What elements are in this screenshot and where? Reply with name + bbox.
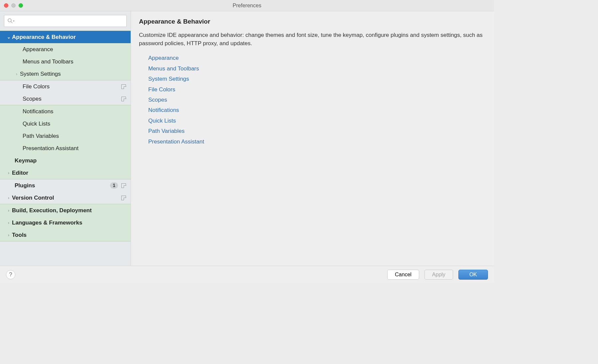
link-file-colors[interactable]: File Colors (148, 84, 486, 95)
link-scopes[interactable]: Scopes (148, 95, 486, 105)
tree-item-label: Keymap (15, 157, 37, 164)
tree-item-label: Presentation Assistant (23, 145, 78, 152)
tree-item-build-exec-deploy[interactable]: › Build, Execution, Deployment (0, 204, 131, 217)
tree-section-tools: › Build, Execution, Deployment › Languag… (0, 204, 131, 241)
tree-item-label: Scopes (23, 96, 42, 102)
tree-item-label: Editor (12, 170, 28, 176)
tree-item-label: Languages & Frameworks (12, 220, 82, 226)
ok-button[interactable]: OK (458, 270, 488, 280)
cancel-button[interactable]: Cancel (387, 270, 419, 280)
search-icon (7, 18, 14, 24)
chevron-right-icon: › (5, 208, 12, 213)
tree-item-keymap[interactable]: Keymap (0, 154, 131, 167)
svg-point-0 (8, 19, 11, 22)
plugins-update-badge: 1 (110, 182, 118, 189)
tree-item-label: Version Control (12, 195, 54, 201)
tree-item-tools[interactable]: › Tools (0, 229, 131, 241)
tree-item-label: Quick Lists (23, 121, 50, 127)
content-panel: Appearance & Behavior Customize IDE appe… (131, 11, 494, 266)
tree-item-label: Notifications (23, 108, 54, 115)
search-input[interactable] (17, 18, 124, 24)
dialog-footer: ? Cancel Apply OK (0, 266, 494, 283)
tree-item-label: Path Variables (23, 133, 59, 139)
settings-tree: ⌄ Appearance & Behavior Appearance Menus… (0, 31, 131, 266)
link-menus-toolbars[interactable]: Menus and Toolbars (148, 63, 486, 74)
help-button[interactable]: ? (6, 270, 15, 279)
tree-item-scopes[interactable]: Scopes (0, 93, 131, 105)
window-controls (0, 3, 23, 8)
chevron-right-icon: › (13, 71, 20, 76)
tree-item-path-variables[interactable]: Path Variables (0, 130, 131, 142)
tree-item-label: File Colors (23, 83, 50, 90)
search-box[interactable]: ▾ (4, 15, 127, 27)
tree-item-version-control[interactable]: › Version Control (0, 192, 131, 204)
tree-item-file-colors[interactable]: File Colors (0, 80, 131, 93)
tree-section-appearance-behavior: ⌄ Appearance & Behavior Appearance Menus… (0, 31, 131, 80)
tree-section-scopes: File Colors Scopes (0, 80, 131, 105)
sidebar: ▾ ⌄ Appearance & Behavior Appearance Men… (0, 11, 131, 266)
tree-item-appearance[interactable]: Appearance (0, 43, 131, 55)
tree-item-notifications[interactable]: Notifications (0, 105, 131, 118)
close-window-button[interactable] (4, 3, 8, 8)
link-notifications[interactable]: Notifications (148, 105, 486, 115)
help-icon: ? (9, 271, 12, 278)
chevron-right-icon: › (5, 170, 12, 175)
tree-item-lang-frameworks[interactable]: › Languages & Frameworks (0, 217, 131, 229)
sidebar-empty-space (0, 241, 131, 255)
chevron-right-icon: › (5, 195, 12, 200)
tree-item-menus-toolbars[interactable]: Menus and Toolbars (0, 55, 131, 68)
tree-item-label: Plugins (15, 182, 35, 189)
link-quick-lists[interactable]: Quick Lists (148, 116, 486, 126)
tree-item-label: Tools (12, 232, 27, 238)
tree-item-editor[interactable]: › Editor (0, 167, 131, 179)
svg-line-1 (11, 22, 12, 23)
window-title: Preferences (0, 3, 494, 9)
link-system-settings[interactable]: System Settings (148, 74, 486, 84)
project-level-icon (121, 196, 126, 200)
project-level-icon (121, 97, 126, 101)
content-description: Customize IDE appearance and behavior: c… (139, 31, 486, 47)
chevron-right-icon: › (5, 232, 12, 237)
main-area: ▾ ⌄ Appearance & Behavior Appearance Men… (0, 11, 494, 266)
project-level-icon (121, 84, 126, 89)
content-title: Appearance & Behavior (139, 18, 486, 25)
link-presentation-assistant[interactable]: Presentation Assistant (148, 136, 486, 147)
tree-item-label: Appearance & Behavior (12, 34, 76, 41)
link-appearance[interactable]: Appearance (148, 53, 486, 63)
chevron-right-icon: › (5, 220, 12, 225)
search-wrap: ▾ (0, 15, 131, 31)
tree-item-plugins[interactable]: Plugins 1 (0, 179, 131, 192)
apply-button[interactable]: Apply (424, 270, 453, 280)
link-path-variables[interactable]: Path Variables (148, 126, 486, 136)
tree-item-label: Appearance (23, 46, 53, 53)
project-level-icon (121, 183, 126, 188)
tree-section-editor: Notifications Quick Lists Path Variables… (0, 105, 131, 179)
tree-item-label: Build, Execution, Deployment (12, 207, 92, 214)
search-dropdown-caret-icon[interactable]: ▾ (13, 19, 15, 23)
tree-item-appearance-behavior[interactable]: ⌄ Appearance & Behavior (0, 31, 131, 43)
tree-item-quick-lists[interactable]: Quick Lists (0, 118, 131, 130)
chevron-down-icon: ⌄ (5, 35, 12, 40)
maximize-window-button[interactable] (19, 3, 23, 8)
tree-item-presentation-assistant[interactable]: Presentation Assistant (0, 142, 131, 154)
tree-item-label: System Settings (20, 71, 61, 77)
tree-section-plugins: Plugins 1 › Version Control (0, 179, 131, 204)
minimize-window-button[interactable] (11, 3, 16, 8)
tree-item-label: Menus and Toolbars (23, 58, 73, 65)
titlebar: Preferences (0, 0, 494, 11)
content-link-list: Appearance Menus and Toolbars System Set… (139, 53, 486, 147)
tree-item-system-settings[interactable]: › System Settings (0, 68, 131, 80)
